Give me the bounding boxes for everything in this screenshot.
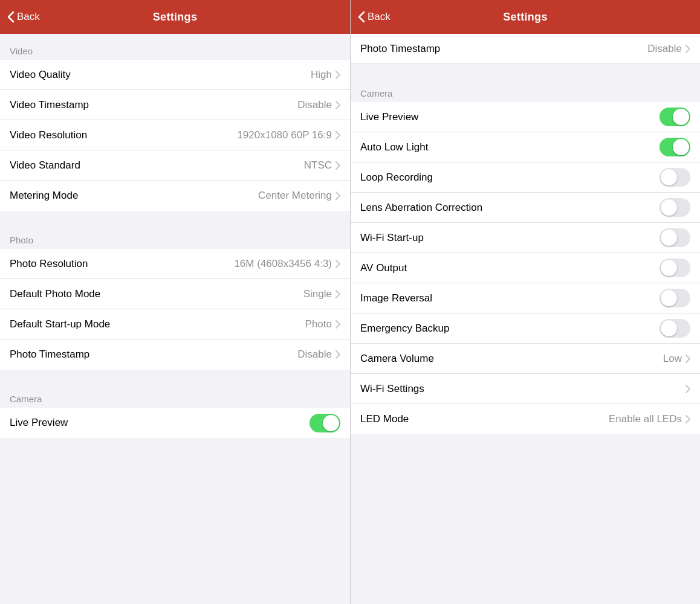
photo-resolution-chevron [335,260,340,268]
section-label-camera-left: Camera [0,382,350,408]
av-output-knob [661,260,677,276]
live-preview-left-label: Live Preview [10,417,68,429]
photo-timestamp-item-left[interactable]: Photo Timestamp Disable [0,339,350,370]
camera-settings-group-right: Live Preview Auto Low Light Loop Recordi… [351,102,700,434]
lens-aberration-label: Lens Aberration Correction [360,202,482,214]
emergency-backup-label: Emergency Backup [360,323,449,335]
wifi-settings-chevron [685,385,690,393]
video-standard-label: Video Standard [10,159,80,172]
emergency-backup-item[interactable]: Emergency Backup [351,313,700,344]
led-mode-item[interactable]: LED Mode Enable all LEDs [351,404,700,434]
photo-timestamp-right-left: Disable [297,349,340,361]
right-back-button[interactable]: Back [358,11,391,23]
live-preview-item[interactable]: Live Preview [351,102,700,132]
bottom-spacer-right [351,434,700,458]
wifi-startup-label: Wi-Fi Start-up [360,232,424,244]
led-mode-right: Enable all LEDs [609,413,690,425]
video-standard-right: NTSC [304,159,340,172]
auto-low-light-item[interactable]: Auto Low Light [351,132,700,162]
camera-volume-item[interactable]: Camera Volume Low [351,344,700,374]
video-standard-item[interactable]: Video Standard NTSC [0,150,350,181]
camera-volume-value: Low [663,353,682,365]
emergency-backup-knob [661,320,677,336]
metering-mode-right: Center Metering [258,190,340,202]
lens-aberration-toggle[interactable] [659,198,690,217]
image-reversal-toggle[interactable] [659,289,690,307]
separator-1 [0,211,350,223]
video-resolution-item[interactable]: Video Resolution 1920x1080 60P 16:9 [0,120,350,150]
live-preview-toggle[interactable] [659,108,690,126]
video-resolution-value: 1920x1080 60P 16:9 [237,129,332,141]
live-preview-left-item[interactable]: Live Preview [0,408,350,438]
loop-recording-knob [661,169,677,185]
photo-resolution-item[interactable]: Photo Resolution 16M (4608x3456 4:3) [0,249,350,279]
photo-timestamp-chevron-left [335,350,340,359]
video-quality-item[interactable]: Video Quality High [0,60,350,90]
live-preview-left-toggle[interactable] [309,414,340,432]
loop-recording-toggle[interactable] [659,168,690,187]
photo-resolution-right: 16M (4608x3456 4:3) [234,258,340,270]
video-timestamp-label: Video Timestamp [10,99,89,111]
right-back-chevron-icon [358,11,365,23]
photo-settings-group: Photo Resolution 16M (4608x3456 4:3) Def… [0,249,350,370]
right-scroll-content: Photo Timestamp Disable Camera Live Prev… [351,34,700,604]
default-photo-mode-item[interactable]: Default Photo Mode Single [0,279,350,309]
section-label-camera-right: Camera [351,76,700,102]
left-back-label: Back [17,11,40,23]
image-reversal-item[interactable]: Image Reversal [351,283,700,313]
left-scroll-content: Video Video Quality High Video Timestamp… [0,34,350,604]
wifi-settings-item[interactable]: Wi-Fi Settings [351,374,700,404]
auto-low-light-toggle[interactable] [659,138,690,156]
camera-settings-group-left: Live Preview [0,408,350,438]
default-startup-mode-chevron [335,320,340,329]
default-startup-mode-value: Photo [305,318,332,330]
wifi-settings-label: Wi-Fi Settings [360,383,424,395]
default-startup-mode-label: Default Start-up Mode [10,318,110,330]
photo-resolution-label: Photo Resolution [10,258,88,270]
default-photo-mode-value: Single [303,288,332,300]
metering-mode-item[interactable]: Metering Mode Center Metering [0,181,350,211]
right-back-label: Back [368,11,391,23]
video-timestamp-right: Disable [297,99,340,111]
video-standard-chevron [335,161,340,170]
photo-timestamp-top-label: Photo Timestamp [360,43,440,55]
default-photo-mode-label: Default Photo Mode [10,288,100,300]
lens-aberration-knob [661,199,677,216]
metering-mode-chevron [335,191,340,200]
video-timestamp-value: Disable [297,99,332,111]
lens-aberration-item[interactable]: Lens Aberration Correction [351,193,700,223]
loop-recording-item[interactable]: Loop Recording [351,162,700,193]
wifi-startup-item[interactable]: Wi-Fi Start-up [351,223,700,253]
video-quality-label: Video Quality [10,69,71,81]
video-resolution-label: Video Resolution [10,129,87,141]
right-panel: Back Settings Photo Timestamp Disable Ca… [350,0,700,604]
photo-timestamp-top-value: Disable [647,43,682,55]
wifi-startup-toggle[interactable] [659,228,690,247]
av-output-item[interactable]: AV Output [351,253,700,283]
photo-timestamp-label-left: Photo Timestamp [10,349,89,361]
led-mode-value: Enable all LEDs [609,413,682,425]
video-resolution-right: 1920x1080 60P 16:9 [237,129,340,141]
led-mode-chevron [685,415,690,423]
image-reversal-knob [661,290,677,306]
bottom-spacer-left [0,438,350,462]
emergency-backup-toggle[interactable] [659,319,690,338]
default-startup-mode-item[interactable]: Default Start-up Mode Photo [0,309,350,339]
video-quality-right: High [311,69,340,81]
photo-resolution-value: 16M (4608x3456 4:3) [234,258,332,270]
video-standard-value: NTSC [304,159,332,172]
left-panel: Back Settings Video Video Quality High V… [0,0,350,604]
video-timestamp-item[interactable]: Video Timestamp Disable [0,90,350,120]
photo-timestamp-top-chevron [685,45,690,53]
av-output-toggle[interactable] [659,259,690,277]
loop-recording-label: Loop Recording [360,172,433,184]
video-resolution-chevron [335,131,340,140]
video-timestamp-chevron [335,101,340,109]
metering-mode-label: Metering Mode [10,190,78,202]
image-reversal-label: Image Reversal [360,292,432,304]
section-label-photo: Photo [0,223,350,249]
left-back-button[interactable]: Back [7,11,40,23]
camera-volume-label: Camera Volume [360,353,434,365]
photo-timestamp-top-item[interactable]: Photo Timestamp Disable [351,34,700,64]
video-quality-value: High [311,69,332,81]
